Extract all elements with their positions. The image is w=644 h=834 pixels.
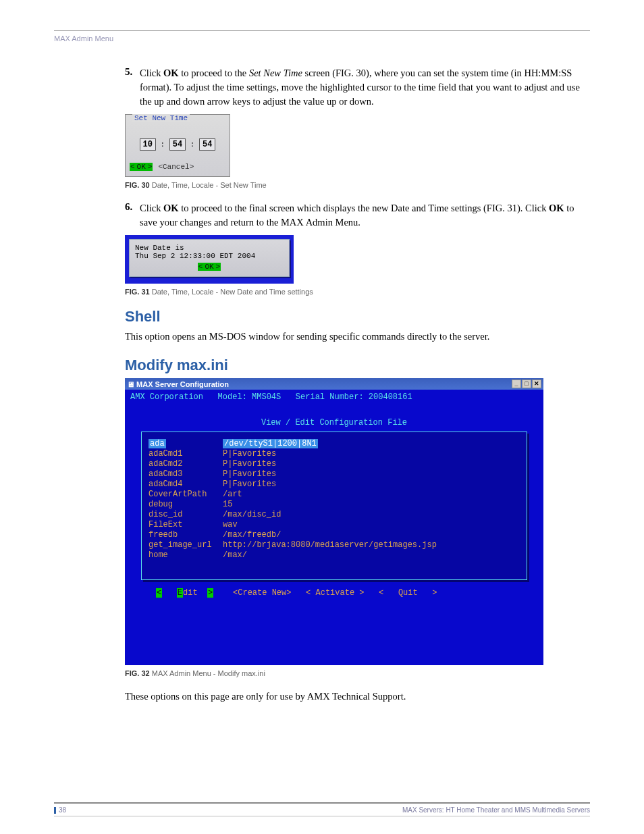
angle-right-icon: > — [207, 588, 213, 598]
step6-text: Click OK to proceed to the final screen … — [140, 201, 590, 230]
running-header: MAX Admin Menu — [54, 34, 590, 43]
page-number: 38 — [59, 806, 66, 814]
config-row[interactable]: home/max/ — [149, 550, 520, 561]
step5-number: 5. — [125, 66, 140, 109]
step6-number: 6. — [125, 201, 140, 230]
config-button-row: < Edit > <Create New> < Activate > < Qui… — [125, 585, 543, 604]
config-list: ada/dev/ttyS1|1200|8N1adaCmd1P|Favorites… — [141, 432, 527, 580]
config-row[interactable]: adaCmd2P|Favorites — [149, 459, 520, 469]
config-row[interactable]: adaCmd1P|Favorites — [149, 449, 520, 459]
fig30-caption: FIG. 30 Date, Time, Locale - Set New Tim… — [125, 181, 590, 189]
create-new-button[interactable]: <Create New> — [233, 588, 291, 598]
fig30-legend: Set New Time — [132, 114, 190, 122]
config-row[interactable]: ada/dev/ttyS1|1200|8N1 — [149, 439, 520, 449]
config-header: AMX Corporation Model: MMS04S Serial Num… — [125, 390, 543, 405]
modify-heading: Modify max.ini — [125, 357, 590, 374]
step5-text: Click OK to proceed to the Set New Time … — [140, 66, 590, 109]
ss-field[interactable]: 54 — [199, 138, 215, 151]
quit-button[interactable]: Quit — [398, 588, 418, 598]
edit-button[interactable]: E — [177, 588, 183, 598]
fig31-screenshot: New Date is Thu Sep 2 12:33:00 EDT 2004 … — [125, 235, 294, 284]
config-row[interactable]: get_image_urlhttp://brjava:8080/mediaser… — [149, 540, 520, 550]
angle-left-icon: < — [156, 588, 162, 598]
close-icon[interactable]: ✕ — [532, 380, 541, 388]
config-title: View / Edit Configuration File — [125, 405, 543, 432]
config-row[interactable]: debug15 — [149, 500, 520, 510]
minimize-icon[interactable]: _ — [512, 380, 521, 388]
mm-field[interactable]: 54 — [169, 138, 186, 151]
fig31-caption: FIG. 31 Date, Time, Locale - New Date an… — [125, 288, 590, 296]
fig32-screenshot: 🖥 MAX Server Configuration _ □ ✕ AMX Cor… — [125, 378, 543, 665]
window-title: 🖥 MAX Server Configuration — [127, 380, 229, 388]
ok-button[interactable]: OK — [130, 163, 153, 171]
fig30-screenshot: Set New Time 10 : 54 : 54 OK <Cancel> — [125, 114, 230, 177]
config-row[interactable]: FileExtwav — [149, 520, 520, 530]
config-row[interactable]: CoverArtPath/art — [149, 490, 520, 500]
fig31-line2: Thu Sep 2 12:33:00 EDT 2004 — [135, 252, 284, 260]
cancel-button[interactable]: <Cancel> — [158, 163, 194, 171]
page-footer: 38 MAX Servers: HT Home Theater and MMS … — [54, 802, 590, 816]
hh-field[interactable]: 10 — [140, 138, 156, 151]
activate-button[interactable]: < Activate > — [306, 588, 364, 598]
config-row[interactable]: adaCmd4P|Favorites — [149, 479, 520, 490]
fig31-line1: New Date is — [135, 244, 284, 252]
footer-right: MAX Servers: HT Home Theater and MMS Mul… — [402, 806, 590, 814]
bottom-paragraph: These options on this page are only for … — [125, 689, 590, 703]
maximize-icon[interactable]: □ — [522, 380, 531, 388]
config-row[interactable]: adaCmd3P|Favorites — [149, 469, 520, 479]
ok-button[interactable]: OK — [198, 263, 221, 271]
config-row[interactable]: disc_id/max/disc_id — [149, 510, 520, 520]
fig32-caption: FIG. 32 MAX Admin Menu - Modify max.ini — [125, 669, 590, 677]
shell-body: This option opens an MS-DOS window for s… — [125, 330, 590, 343]
shell-heading: Shell — [125, 308, 590, 325]
config-row[interactable]: freedb/max/freedb/ — [149, 530, 520, 540]
